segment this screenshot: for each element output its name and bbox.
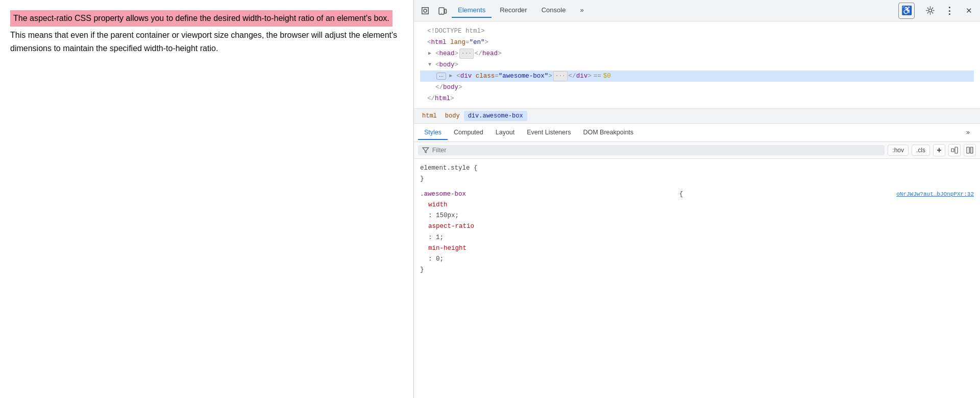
style-brace-close-2: } (420, 265, 974, 275)
svg-rect-3 (428, 7, 429, 14)
dom-dots-btn[interactable]: ··· (436, 73, 446, 80)
lang-val: "en" (470, 37, 485, 48)
expand-icon (420, 27, 426, 35)
html-close-tag: html (435, 93, 450, 104)
styles-content: element.style { } .awesome-box { oNrJWJw… (414, 159, 980, 398)
breadcrumb-div-awesome-box[interactable]: div.awesome-box (464, 111, 527, 121)
style-brace-open-1: { (474, 165, 478, 172)
spacer-icon (428, 83, 434, 91)
filter-input-wrap (418, 145, 885, 155)
svg-rect-12 (967, 147, 969, 153)
style-prop-name-ar[interactable]: aspect-ratio (428, 221, 974, 232)
breadcrumb-html[interactable]: html (418, 111, 441, 121)
dollar-0: $0 (603, 71, 611, 81)
device-toggle-btn[interactable] (435, 4, 450, 18)
toolbar-right-icons: ♿ ⋮ ✕ (898, 3, 976, 19)
accessibility-btn[interactable]: ♿ (898, 3, 915, 19)
dom-line-html: <html lang="en" > (420, 37, 974, 48)
div-close-tag: div (576, 71, 588, 81)
style-val-width[interactable]: 150px (436, 212, 455, 219)
more-options-btn[interactable]: ⋮ (942, 4, 957, 18)
colon-1: : (428, 212, 436, 219)
style-rule-awesome-box: .awesome-box { oNrJWJw?aut…bJOnpPXr:32 w… (420, 189, 974, 276)
svg-point-4 (424, 9, 427, 12)
expand-div-icon[interactable]: ▶ (449, 72, 455, 80)
dom-line-body-close: </body> (420, 82, 974, 93)
style-brace-open-2: { (679, 189, 683, 200)
svg-rect-10 (955, 147, 958, 153)
tab-elements[interactable]: Elements (452, 3, 492, 18)
styles-tabs: Styles Computed Layout Event Listeners D… (414, 124, 980, 142)
html-open: < (427, 37, 431, 48)
accessibility-icon: ♿ (901, 5, 912, 16)
close-icon: ✕ (966, 6, 972, 15)
awesome-box-selector: .awesome-box (420, 189, 466, 200)
breadcrumb-body[interactable]: body (441, 111, 464, 121)
dom-line-doctype: <!DOCTYPE html> (420, 26, 974, 37)
tab-styles[interactable]: Styles (418, 126, 448, 140)
svg-rect-9 (951, 149, 954, 152)
svg-rect-0 (422, 7, 429, 8)
dom-line-html-close: </html> (420, 93, 974, 104)
page-content: The aspect-ratio CSS property allows you… (0, 0, 413, 398)
hov-button[interactable]: :hov (888, 145, 909, 156)
add-style-btn[interactable]: + (933, 144, 945, 156)
doctype-text: <!DOCTYPE html> (427, 26, 485, 36)
tab-event-listeners[interactable]: Event Listeners (521, 126, 577, 140)
devtools-panel: Elements Recorder Console » ♿ ⋮ ✕ (413, 0, 980, 398)
body-tag: body (439, 60, 455, 70)
body-close-tag: body (443, 82, 458, 92)
plus-icon: + (937, 146, 941, 155)
class-attr: class (476, 71, 495, 81)
style-val-ar[interactable]: 1 (436, 234, 440, 241)
expand-head-icon[interactable]: ▶ (428, 50, 434, 58)
filter-bar: :hov .cls + (414, 142, 980, 159)
toggle-sidebar-btn[interactable] (964, 144, 976, 156)
tab-recorder[interactable]: Recorder (494, 3, 533, 18)
tab-layout[interactable]: Layout (489, 126, 521, 140)
settings-btn[interactable] (923, 4, 937, 18)
div-ellipsis: ··· (553, 71, 568, 81)
svg-point-7 (441, 13, 442, 13)
class-val: "awesome-box" (499, 71, 549, 81)
style-prop-name-width[interactable]: width (428, 200, 974, 210)
dom-line-awesome-box[interactable]: ··· ▶ <div class="awesome-box" > ··· </d… (420, 71, 974, 82)
cls-button[interactable]: .cls (912, 145, 930, 156)
dom-line-head[interactable]: ▶ <head> ··· </head> (420, 48, 974, 59)
dom-tree: <!DOCTYPE html> <html lang="en" > ▶ <hea… (414, 21, 980, 109)
expand-body-icon[interactable]: ▼ (428, 61, 434, 69)
tab-console[interactable]: Console (535, 3, 572, 18)
toggle-icon (966, 147, 973, 154)
filter-input[interactable] (432, 147, 881, 154)
force-state-btn[interactable] (948, 144, 961, 156)
expand-icon (420, 38, 426, 46)
inspect-icon-btn[interactable] (418, 4, 432, 18)
tab-more[interactable]: » (574, 3, 590, 18)
style-source-link[interactable]: oNrJWJw?aut…bJOnpPXr:32 (896, 190, 974, 199)
style-prop-aspect-ratio: aspect-ratio: 1; (420, 221, 974, 243)
tab-dom-breakpoints[interactable]: DOM Breakpoints (577, 126, 640, 140)
equal-sign: == (594, 71, 601, 81)
colon-3: : (428, 255, 436, 263)
colon-2: : (428, 234, 436, 241)
style-brace-close-1: } (420, 174, 974, 184)
style-prop-name-mh[interactable]: min-height (428, 243, 974, 254)
highlighted-text: The aspect-ratio CSS property allows you… (10, 10, 393, 27)
toolbar-left-icons (418, 4, 450, 18)
breadcrumb-bar: html body div.awesome-box (414, 109, 980, 124)
div-tag: div (460, 71, 472, 81)
style-rule-element: element.style { } (420, 163, 974, 185)
svg-rect-11 (970, 147, 973, 153)
element-style-selector: element.style (420, 165, 470, 172)
style-val-mh[interactable]: 0 (436, 255, 440, 263)
head-tag: head (439, 49, 455, 59)
svg-rect-6 (445, 9, 447, 13)
spacer-icon2 (420, 95, 426, 103)
close-btn[interactable]: ✕ (962, 4, 976, 18)
tab-computed[interactable]: Computed (448, 126, 489, 140)
svg-rect-1 (422, 7, 423, 14)
force-icon (951, 147, 958, 154)
dom-line-body[interactable]: ▼ <body> (420, 59, 974, 71)
tab-styles-more[interactable]: » (960, 126, 976, 140)
more-icon: ⋮ (945, 5, 954, 16)
